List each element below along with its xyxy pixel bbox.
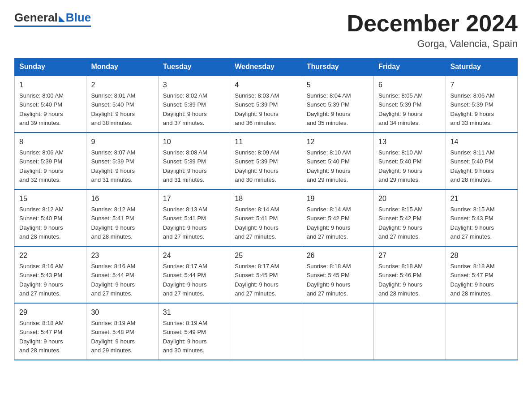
day-info: Sunrise: 8:06 AMSunset: 5:39 PMDaylight:… — [450, 92, 495, 126]
day-number: 18 — [235, 193, 297, 204]
weekday-header-sunday: Sunday — [15, 58, 86, 76]
day-number: 11 — [235, 137, 297, 147]
day-number: 12 — [307, 137, 369, 147]
calendar-cell: 25 Sunrise: 8:17 AMSunset: 5:45 PMDaylig… — [230, 246, 302, 303]
day-number: 17 — [163, 193, 225, 204]
day-info: Sunrise: 8:12 AMSunset: 5:41 PMDaylight:… — [91, 206, 135, 240]
day-info: Sunrise: 8:18 AMSunset: 5:45 PMDaylight:… — [307, 263, 351, 297]
day-info: Sunrise: 8:17 AMSunset: 5:45 PMDaylight:… — [235, 263, 279, 297]
calendar-cell — [446, 303, 517, 360]
day-info: Sunrise: 8:05 AMSunset: 5:39 PMDaylight:… — [378, 92, 423, 126]
day-number: 14 — [450, 137, 513, 147]
location-label: Gorga, Valencia, Spain — [347, 38, 518, 50]
day-info: Sunrise: 8:19 AMSunset: 5:49 PMDaylight:… — [163, 320, 207, 354]
day-info: Sunrise: 8:10 AMSunset: 5:40 PMDaylight:… — [378, 149, 423, 183]
day-number: 25 — [235, 250, 297, 261]
day-number: 10 — [163, 137, 225, 147]
calendar-cell: 15 Sunrise: 8:12 AMSunset: 5:40 PMDaylig… — [15, 189, 86, 246]
calendar-cell: 30 Sunrise: 8:19 AMSunset: 5:48 PMDaylig… — [86, 303, 158, 360]
day-info: Sunrise: 8:15 AMSunset: 5:43 PMDaylight:… — [450, 206, 495, 240]
day-info: Sunrise: 8:01 AMSunset: 5:40 PMDaylight:… — [91, 92, 135, 126]
day-info: Sunrise: 8:15 AMSunset: 5:42 PMDaylight:… — [378, 206, 423, 240]
calendar-row-2: 15 Sunrise: 8:12 AMSunset: 5:40 PMDaylig… — [15, 189, 518, 246]
calendar-cell: 24 Sunrise: 8:17 AMSunset: 5:44 PMDaylig… — [158, 246, 230, 303]
calendar-cell: 14 Sunrise: 8:11 AMSunset: 5:40 PMDaylig… — [446, 133, 517, 189]
calendar-row-3: 22 Sunrise: 8:16 AMSunset: 5:43 PMDaylig… — [15, 246, 518, 303]
day-info: Sunrise: 8:00 AMSunset: 5:40 PMDaylight:… — [19, 92, 64, 126]
calendar-cell: 1 Sunrise: 8:00 AMSunset: 5:40 PMDayligh… — [15, 76, 86, 133]
calendar-cell: 27 Sunrise: 8:18 AMSunset: 5:46 PMDaylig… — [374, 246, 446, 303]
calendar-cell — [302, 303, 373, 360]
calendar-cell: 16 Sunrise: 8:12 AMSunset: 5:41 PMDaylig… — [86, 189, 158, 246]
day-info: Sunrise: 8:07 AMSunset: 5:39 PMDaylight:… — [91, 149, 135, 183]
day-number: 19 — [307, 193, 369, 204]
day-info: Sunrise: 8:18 AMSunset: 5:47 PMDaylight:… — [19, 320, 64, 354]
calendar-cell: 8 Sunrise: 8:06 AMSunset: 5:39 PMDayligh… — [15, 133, 86, 189]
day-info: Sunrise: 8:16 AMSunset: 5:44 PMDaylight:… — [91, 263, 135, 297]
day-number: 13 — [378, 137, 441, 147]
logo-underline — [14, 26, 91, 27]
calendar-cell: 17 Sunrise: 8:13 AMSunset: 5:41 PMDaylig… — [158, 189, 230, 246]
calendar-cell: 28 Sunrise: 8:18 AMSunset: 5:47 PMDaylig… — [446, 246, 517, 303]
day-number: 31 — [163, 307, 225, 318]
weekday-header-friday: Friday — [374, 58, 446, 76]
calendar-cell: 6 Sunrise: 8:05 AMSunset: 5:39 PMDayligh… — [374, 76, 446, 133]
calendar-cell: 5 Sunrise: 8:04 AMSunset: 5:39 PMDayligh… — [302, 76, 373, 133]
day-info: Sunrise: 8:18 AMSunset: 5:47 PMDaylight:… — [450, 263, 495, 297]
weekday-header-thursday: Thursday — [302, 58, 373, 76]
day-number: 27 — [378, 250, 441, 261]
weekday-header-monday: Monday — [86, 58, 158, 76]
calendar-cell: 22 Sunrise: 8:16 AMSunset: 5:43 PMDaylig… — [15, 246, 86, 303]
day-number: 1 — [19, 80, 82, 90]
calendar-cell: 18 Sunrise: 8:14 AMSunset: 5:41 PMDaylig… — [230, 189, 302, 246]
calendar-row-4: 29 Sunrise: 8:18 AMSunset: 5:47 PMDaylig… — [15, 303, 518, 360]
page-header: General Blue December 2024 Gorga, Valenc… — [14, 11, 518, 50]
calendar-row-1: 8 Sunrise: 8:06 AMSunset: 5:39 PMDayligh… — [15, 133, 518, 189]
day-info: Sunrise: 8:02 AMSunset: 5:39 PMDaylight:… — [163, 92, 207, 126]
day-info: Sunrise: 8:17 AMSunset: 5:44 PMDaylight:… — [163, 263, 207, 297]
day-info: Sunrise: 8:16 AMSunset: 5:43 PMDaylight:… — [19, 263, 64, 297]
calendar-cell: 26 Sunrise: 8:18 AMSunset: 5:45 PMDaylig… — [302, 246, 373, 303]
calendar-table: SundayMondayTuesdayWednesdayThursdayFrid… — [14, 58, 518, 360]
weekday-header-wednesday: Wednesday — [230, 58, 302, 76]
calendar-cell: 9 Sunrise: 8:07 AMSunset: 5:39 PMDayligh… — [86, 133, 158, 189]
day-number: 23 — [91, 250, 153, 261]
calendar-cell: 23 Sunrise: 8:16 AMSunset: 5:44 PMDaylig… — [86, 246, 158, 303]
day-number: 2 — [91, 80, 153, 90]
day-number: 26 — [307, 250, 369, 261]
calendar-cell: 2 Sunrise: 8:01 AMSunset: 5:40 PMDayligh… — [86, 76, 158, 133]
day-number: 24 — [163, 250, 225, 261]
calendar-cell: 10 Sunrise: 8:08 AMSunset: 5:39 PMDaylig… — [158, 133, 230, 189]
day-info: Sunrise: 8:19 AMSunset: 5:48 PMDaylight:… — [91, 320, 135, 354]
day-number: 15 — [19, 193, 82, 204]
logo-blue-text: Blue — [66, 11, 91, 25]
day-info: Sunrise: 8:18 AMSunset: 5:46 PMDaylight:… — [378, 263, 423, 297]
calendar-cell — [374, 303, 446, 360]
day-info: Sunrise: 8:06 AMSunset: 5:39 PMDaylight:… — [19, 149, 64, 183]
day-number: 29 — [19, 307, 82, 318]
calendar-cell: 19 Sunrise: 8:14 AMSunset: 5:42 PMDaylig… — [302, 189, 373, 246]
calendar-cell: 3 Sunrise: 8:02 AMSunset: 5:39 PMDayligh… — [158, 76, 230, 133]
day-number: 22 — [19, 250, 82, 261]
day-number: 20 — [378, 193, 441, 204]
weekday-header-saturday: Saturday — [446, 58, 517, 76]
calendar-cell: 29 Sunrise: 8:18 AMSunset: 5:47 PMDaylig… — [15, 303, 86, 360]
calendar-cell: 11 Sunrise: 8:09 AMSunset: 5:39 PMDaylig… — [230, 133, 302, 189]
logo: General Blue — [14, 11, 91, 27]
day-number: 16 — [91, 193, 153, 204]
day-number: 21 — [450, 193, 513, 204]
weekday-header-row: SundayMondayTuesdayWednesdayThursdayFrid… — [15, 58, 518, 76]
day-info: Sunrise: 8:04 AMSunset: 5:39 PMDaylight:… — [307, 92, 351, 126]
calendar-cell: 7 Sunrise: 8:06 AMSunset: 5:39 PMDayligh… — [446, 76, 517, 133]
day-number: 6 — [378, 80, 441, 90]
day-info: Sunrise: 8:09 AMSunset: 5:39 PMDaylight:… — [235, 149, 279, 183]
day-number: 28 — [450, 250, 513, 261]
weekday-header-tuesday: Tuesday — [158, 58, 230, 76]
calendar-cell: 4 Sunrise: 8:03 AMSunset: 5:39 PMDayligh… — [230, 76, 302, 133]
calendar-cell — [230, 303, 302, 360]
day-number: 3 — [163, 80, 225, 90]
day-info: Sunrise: 8:03 AMSunset: 5:39 PMDaylight:… — [235, 92, 279, 126]
month-title: December 2024 — [347, 11, 518, 36]
day-info: Sunrise: 8:08 AMSunset: 5:39 PMDaylight:… — [163, 149, 207, 183]
calendar-cell: 20 Sunrise: 8:15 AMSunset: 5:42 PMDaylig… — [374, 189, 446, 246]
